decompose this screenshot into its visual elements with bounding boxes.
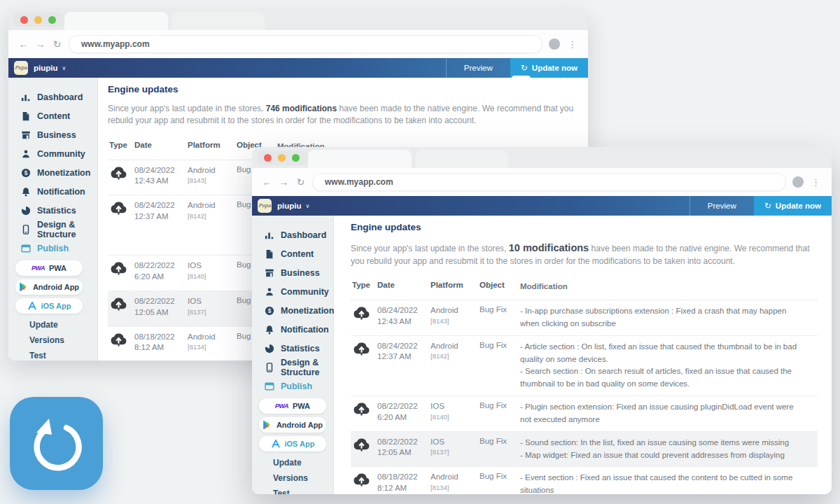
- pwa-button[interactable]: PWAPWA: [259, 398, 326, 414]
- sidebar-item-community[interactable]: Community: [252, 282, 333, 301]
- back-icon[interactable]: ←: [18, 38, 29, 50]
- sidebar-item-notification[interactable]: Notification: [252, 320, 333, 339]
- reload-icon[interactable]: ↻: [295, 176, 306, 188]
- intro-text: Since your app's last update in the stor…: [351, 241, 818, 267]
- android-app-button[interactable]: Android App: [15, 279, 83, 295]
- cell-date: 08/22/20226:20 AM: [377, 401, 430, 423]
- sidebar-item-publish[interactable]: Publish: [252, 377, 333, 396]
- refresh-icon: ↻: [521, 63, 528, 73]
- sidebar-item-monetization[interactable]: Monetization: [8, 163, 97, 182]
- table-row[interactable]: 08/18/20228:12 AM Android[8134] Bug Fix …: [351, 467, 818, 494]
- cell-platform: Android[8142]: [430, 341, 479, 361]
- cloud-upload-icon: [352, 437, 371, 453]
- dollar-icon: [265, 306, 274, 316]
- cell-modification: - Sound section: In the list, fixed an i…: [520, 437, 818, 462]
- chevron-down-icon[interactable]: ∨: [62, 65, 66, 71]
- cell-modification: - Event section : Fixed an issue that ca…: [520, 472, 818, 494]
- preview-button[interactable]: Preview: [446, 58, 510, 78]
- modification-count: 10 modifications: [509, 242, 589, 253]
- profile-avatar[interactable]: [792, 176, 804, 188]
- sidebar-item-dashboard[interactable]: Dashboard: [252, 225, 333, 244]
- cell-object: Bug Fix: [479, 341, 520, 349]
- cell-object: Bug Fix: [479, 401, 520, 410]
- sidebar-item-community[interactable]: Community: [8, 144, 97, 163]
- cloud-upload-icon: [109, 296, 128, 312]
- bar-chart-icon: [265, 230, 274, 240]
- browser-tab-inactive[interactable]: [416, 150, 508, 168]
- window-titlebar: [252, 147, 832, 168]
- update-now-button[interactable]: ↻Update now: [754, 196, 832, 216]
- person-icon: [265, 287, 274, 297]
- minimize-window-button[interactable]: [278, 154, 286, 162]
- refresh-arrow-icon: [27, 414, 86, 473]
- cell-object: Bug Fix: [479, 437, 520, 445]
- person-icon: [21, 149, 31, 159]
- update-now-button[interactable]: ↻Update now: [510, 58, 588, 78]
- table-row[interactable]: 08/24/202212:43 AM Android[8143] Bug Fix…: [351, 300, 818, 336]
- chevron-down-icon[interactable]: ∨: [306, 203, 310, 209]
- back-icon[interactable]: ←: [262, 176, 272, 188]
- table-row[interactable]: 08/22/202212:05 AM IOS[8137] Bug Fix - S…: [351, 432, 818, 468]
- ios-app-button[interactable]: iOS App: [15, 298, 83, 314]
- sidebar-item-design-structure[interactable]: Design & Structure: [252, 358, 333, 377]
- preview-button[interactable]: Preview: [690, 196, 754, 216]
- zoom-window-button[interactable]: [48, 16, 56, 24]
- pwa-logo-icon: PWA: [31, 265, 45, 272]
- sidebar-item-business[interactable]: Business: [8, 125, 97, 144]
- browser-toolbar: ← → ↻ www.myapp.com ⋮: [8, 30, 588, 58]
- sidebar-item-business[interactable]: Business: [252, 263, 333, 282]
- sidebar-link-update[interactable]: Update: [8, 317, 97, 332]
- ios-app-button[interactable]: iOS App: [259, 436, 326, 451]
- reload-icon[interactable]: ↻: [52, 38, 62, 50]
- bell-icon: [265, 325, 274, 335]
- browser-menu-icon[interactable]: ⋮: [810, 177, 822, 188]
- sidebar-item-notification[interactable]: Notification: [8, 182, 97, 201]
- sidebar-item-content[interactable]: Content: [8, 106, 97, 125]
- minimize-window-button[interactable]: [34, 16, 42, 24]
- cloud-upload-icon: [352, 341, 371, 357]
- zoom-window-button[interactable]: [292, 154, 300, 162]
- cell-modification: - In-app purchase subscriptions extensio…: [520, 305, 818, 330]
- cloud-upload-icon: [109, 332, 128, 348]
- android-app-button[interactable]: Android App: [259, 417, 326, 433]
- browser-window-front: ← → ↻ www.myapp.com ⋮ Pupa piupiu ∨ Prev…: [252, 147, 832, 494]
- forward-icon[interactable]: →: [35, 38, 46, 50]
- traffic-lights: [258, 150, 308, 165]
- table-row[interactable]: 08/22/20226:20 AM IOS[8140] Bug Fix - Pl…: [351, 396, 818, 432]
- table-row[interactable]: 08/24/202212:37 AM Android[8142] Bug Fix…: [351, 336, 818, 396]
- browser-menu-icon[interactable]: ⋮: [566, 39, 578, 50]
- close-window-button[interactable]: [20, 16, 28, 24]
- cloud-upload-icon: [109, 260, 128, 276]
- browser-tab-active[interactable]: [308, 150, 412, 168]
- address-bar[interactable]: www.myapp.com: [312, 173, 786, 191]
- sidebar-item-dashboard[interactable]: Dashboard: [8, 88, 97, 106]
- close-window-button[interactable]: [264, 154, 272, 162]
- sidebar-item-content[interactable]: Content: [252, 244, 333, 263]
- sidebar-item-statistics[interactable]: Statistics: [252, 339, 333, 358]
- storefront-icon: [21, 130, 31, 140]
- sidebar-link-versions[interactable]: Versions: [8, 332, 97, 348]
- app-icon-refresh[interactable]: [10, 397, 103, 490]
- app-navbar: Pupa piupiu ∨ Preview ↻Update now: [8, 58, 588, 78]
- cell-date: 08/22/202212:05 AM: [134, 296, 188, 318]
- sidebar: Dashboard Content Business Community Mon…: [8, 78, 98, 360]
- cell-modification: - Article section : On list, fixed an is…: [520, 341, 818, 391]
- sidebar-item-publish[interactable]: Publish: [8, 239, 97, 258]
- cloud-upload-icon: [352, 305, 371, 321]
- browser-tab-active[interactable]: [64, 12, 168, 30]
- address-bar[interactable]: www.myapp.com: [69, 35, 542, 53]
- cell-platform: IOS[8137]: [188, 296, 237, 316]
- sidebar-link-test[interactable]: Test: [8, 348, 97, 360]
- pwa-button[interactable]: PWAPWA: [15, 260, 83, 276]
- sidebar-item-statistics[interactable]: Statistics: [8, 201, 97, 220]
- profile-avatar[interactable]: [549, 38, 560, 50]
- app-logo: Pupa: [14, 61, 28, 75]
- sidebar-item-design-structure[interactable]: Design & Structure: [8, 220, 97, 239]
- sidebar-link-versions[interactable]: Versions: [252, 470, 333, 486]
- forward-icon[interactable]: →: [279, 176, 289, 188]
- sidebar-link-test[interactable]: Test: [252, 486, 333, 494]
- cell-date: 08/24/202212:43 AM: [377, 305, 430, 327]
- browser-tab-inactive[interactable]: [172, 12, 265, 30]
- sidebar-item-monetization[interactable]: Monetization: [252, 301, 333, 320]
- sidebar-link-update[interactable]: Update: [252, 455, 333, 470]
